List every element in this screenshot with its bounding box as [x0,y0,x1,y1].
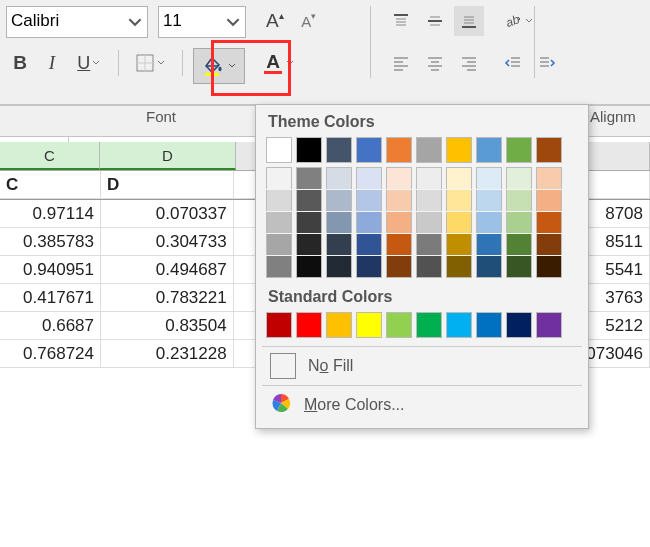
color-swatch[interactable] [446,212,472,233]
cell[interactable]: 0.783221 [101,284,234,312]
color-swatch[interactable] [356,137,382,163]
color-swatch[interactable] [446,234,472,255]
color-swatch[interactable] [476,234,502,255]
orientation-button[interactable]: ab [498,6,538,36]
increase-font-button[interactable]: A▴ [260,6,290,36]
color-swatch[interactable] [416,212,442,233]
color-swatch[interactable] [536,190,562,211]
color-swatch[interactable] [296,212,322,233]
color-swatch[interactable] [416,234,442,255]
align-center-button[interactable] [420,48,450,78]
color-swatch[interactable] [506,137,532,163]
color-swatch[interactable] [386,137,412,163]
color-swatch[interactable] [266,256,292,278]
color-swatch[interactable] [266,190,292,211]
color-swatch[interactable] [416,137,442,163]
color-swatch[interactable] [326,167,352,189]
decrease-font-button[interactable]: A▾ [294,6,324,36]
color-swatch[interactable] [266,167,292,189]
color-swatch[interactable] [326,312,352,338]
color-swatch[interactable] [446,190,472,211]
color-swatch[interactable] [386,190,412,211]
color-swatch[interactable] [416,190,442,211]
decrease-indent-button[interactable] [498,48,528,78]
fill-color-button[interactable] [193,48,245,84]
font-size-input[interactable] [159,7,227,35]
increase-indent-button[interactable] [532,48,562,78]
color-swatch[interactable] [326,190,352,211]
no-fill-item[interactable]: No Fill [266,349,578,383]
cell[interactable]: 0.070337 [101,200,234,228]
font-color-button[interactable]: A [255,48,303,78]
color-swatch[interactable] [416,256,442,278]
bold-button[interactable]: B [6,48,34,78]
color-swatch[interactable] [476,137,502,163]
cell[interactable]: 0.494687 [101,256,234,284]
align-middle-button[interactable] [420,6,450,36]
more-colors-item[interactable]: More Colors... [266,388,578,422]
color-swatch[interactable] [476,167,502,189]
color-swatch[interactable] [416,312,442,338]
cell[interactable]: 0.385783 [0,228,101,256]
color-swatch[interactable] [386,312,412,338]
color-swatch[interactable] [356,234,382,255]
color-swatch[interactable] [476,312,502,338]
color-swatch[interactable] [356,190,382,211]
color-swatch[interactable] [536,167,562,189]
color-swatch[interactable] [266,312,292,338]
align-right-button[interactable] [454,48,484,78]
italic-button[interactable]: I [38,48,66,78]
color-swatch[interactable] [506,212,532,233]
color-swatch[interactable] [446,312,472,338]
color-swatch[interactable] [326,234,352,255]
column-header[interactable]: D [100,142,236,170]
color-swatch[interactable] [446,137,472,163]
color-swatch[interactable] [296,137,322,163]
color-swatch[interactable] [446,256,472,278]
color-swatch[interactable] [386,167,412,189]
borders-button[interactable] [129,48,173,78]
color-swatch[interactable] [416,167,442,189]
color-swatch[interactable] [506,312,532,338]
color-swatch[interactable] [386,212,412,233]
chevron-down-icon[interactable] [221,7,245,37]
color-swatch[interactable] [536,234,562,255]
cell[interactable]: 0.83504 [101,312,234,340]
color-swatch[interactable] [296,234,322,255]
align-left-button[interactable] [386,48,416,78]
cell[interactable]: 0.97114 [0,200,101,228]
align-top-button[interactable] [386,6,416,36]
color-swatch[interactable] [536,212,562,233]
cell[interactable]: D [101,171,234,199]
color-swatch[interactable] [266,234,292,255]
cell[interactable]: 0.940951 [0,256,101,284]
color-swatch[interactable] [356,312,382,338]
color-swatch[interactable] [536,256,562,278]
color-swatch[interactable] [296,256,322,278]
color-swatch[interactable] [326,212,352,233]
cell[interactable]: 0.6687 [0,312,101,340]
color-swatch[interactable] [326,256,352,278]
color-swatch[interactable] [506,234,532,255]
color-swatch[interactable] [506,256,532,278]
color-swatch[interactable] [476,256,502,278]
cell[interactable]: 0.231228 [101,340,234,368]
chevron-down-icon[interactable] [123,7,147,37]
color-swatch[interactable] [296,190,322,211]
color-swatch[interactable] [536,137,562,163]
underline-button[interactable]: U [70,48,108,78]
color-swatch[interactable] [506,190,532,211]
color-swatch[interactable] [446,167,472,189]
color-swatch[interactable] [296,312,322,338]
color-swatch[interactable] [266,212,292,233]
color-swatch[interactable] [296,167,322,189]
font-size-combo[interactable] [158,6,246,38]
color-swatch[interactable] [356,212,382,233]
cell[interactable]: 0.304733 [101,228,234,256]
cell[interactable]: C [0,171,101,199]
cell[interactable]: 0.768724 [0,340,101,368]
color-swatch[interactable] [536,312,562,338]
color-swatch[interactable] [476,212,502,233]
font-name-combo[interactable] [6,6,148,38]
color-swatch[interactable] [476,190,502,211]
